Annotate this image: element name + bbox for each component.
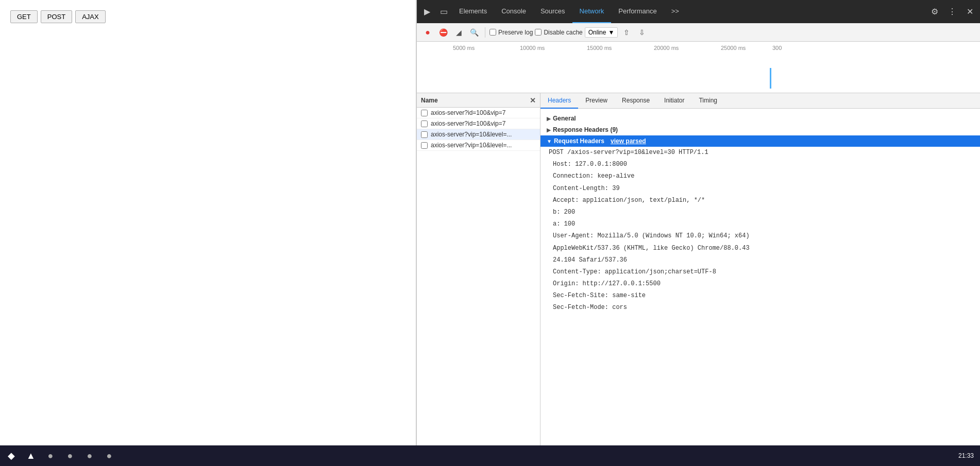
- record-icon[interactable]: ●: [421, 26, 434, 39]
- details-tab-bar: Headers Preview Response Initiator Timin…: [540, 93, 980, 109]
- detail-tab-response[interactable]: Response: [615, 93, 657, 109]
- header-entry-1: Host: 127.0.0.1:8000: [540, 159, 980, 170]
- header-entry-8: AppleWebKit/537.36 (KHTML, like Gecko) C…: [540, 243, 980, 254]
- throttle-select[interactable]: Online ▼: [585, 27, 618, 38]
- header-entry-12: Sec-Fetch-Site: same-site: [540, 290, 980, 302]
- header-entry-3: Content-Length: 39: [540, 183, 980, 195]
- header-entry-10: Content-Type: application/json;charset=U…: [540, 266, 980, 278]
- header-entry-9: 24.104 Safari/537.36: [540, 254, 980, 266]
- button-row: GET POST AJAX: [10, 10, 405, 23]
- devtools-right-icons: ⚙ ⋮ ✕: [926, 4, 978, 20]
- timeline-marker-1: 10000 ms: [520, 45, 545, 51]
- request-name-3: axios-server?vip=10&level=...: [431, 142, 512, 149]
- request-checkbox-3[interactable]: [421, 142, 428, 149]
- request-headers-triangle-icon: ▼: [547, 139, 552, 144]
- settings-icon[interactable]: ⚙: [926, 4, 943, 20]
- request-list-header: Name ✕: [417, 93, 540, 108]
- header-entry-7: User-Agent: Mozilla/5.0 (Windows NT 10.0…: [540, 230, 980, 242]
- header-entry-13: Sec-Fetch-Mode: cors: [540, 302, 980, 314]
- response-headers-triangle-icon: ▶: [547, 127, 551, 133]
- header-entry-11: Origin: http://127.0.0.1:5500: [540, 278, 980, 290]
- view-parsed-link[interactable]: view parsed: [611, 137, 646, 145]
- disable-cache-label[interactable]: Disable cache: [535, 29, 582, 36]
- disable-cache-checkbox[interactable]: [535, 29, 542, 36]
- detail-tab-preview[interactable]: Preview: [578, 93, 615, 109]
- chevron-down-icon: ▼: [608, 29, 614, 36]
- close-details-icon[interactable]: ✕: [530, 96, 536, 105]
- request-item-0[interactable]: axios-server?id=100&vip=7: [417, 108, 540, 118]
- detail-tab-timing[interactable]: Timing: [691, 93, 724, 109]
- detail-tab-initiator[interactable]: Initiator: [657, 93, 691, 109]
- detail-tab-headers[interactable]: Headers: [540, 93, 578, 109]
- tab-more[interactable]: >>: [664, 0, 686, 23]
- toolbar-separator-1: [485, 27, 485, 38]
- timeline-marker-2: 15000 ms: [587, 45, 612, 51]
- get-button[interactable]: GET: [10, 10, 38, 23]
- request-list: Name ✕ axios-server?id=100&vip=7 axios-s…: [417, 93, 540, 466]
- network-split: Name ✕ axios-server?id=100&vip=7 axios-s…: [417, 93, 980, 466]
- timeline-marker-5: 300: [772, 45, 782, 51]
- taskbar-time: 21:33: [958, 452, 978, 459]
- request-name-1: axios-server?id=100&vip=7: [431, 120, 505, 127]
- timeline-area: 5000 ms 10000 ms 15000 ms 20000 ms 25000…: [417, 42, 980, 93]
- tab-performance[interactable]: Performance: [611, 0, 664, 23]
- request-item-3[interactable]: axios-server?vip=10&level=...: [417, 140, 540, 151]
- header-entry-0: POST /axios-server?vip=10&level=30 HTTP/…: [540, 147, 980, 159]
- header-entry-6: a: 100: [540, 218, 980, 230]
- tab-elements[interactable]: Elements: [452, 0, 494, 23]
- timeline-marker-0: 5000 ms: [453, 45, 475, 51]
- search-icon[interactable]: 🔍: [467, 26, 481, 39]
- search-taskbar-icon[interactable]: ▲: [22, 446, 40, 465]
- close-devtools-icon[interactable]: ✕: [961, 4, 978, 20]
- devtools-panel: ▶ ▭ Elements Console Sources Network Per…: [416, 0, 980, 466]
- inspect-icon[interactable]: ▶: [419, 4, 435, 20]
- left-panel: GET POST AJAX: [0, 0, 416, 466]
- download-icon[interactable]: ⇩: [635, 26, 649, 39]
- request-item-2[interactable]: axios-server?vip=10&level=...: [417, 129, 540, 140]
- timeline-marker-3: 20000 ms: [654, 45, 679, 51]
- post-button[interactable]: POST: [41, 10, 72, 23]
- request-checkbox-0[interactable]: [421, 110, 428, 116]
- details-panel: Headers Preview Response Initiator Timin…: [540, 93, 980, 466]
- general-section-header[interactable]: ▶ General: [540, 113, 980, 124]
- request-name-2: axios-server?vip=10&level=...: [431, 131, 512, 138]
- device-icon[interactable]: ▭: [435, 4, 452, 20]
- more-options-icon[interactable]: ⋮: [944, 4, 960, 20]
- preserve-log-checkbox[interactable]: [489, 29, 496, 36]
- taskbar-icon-2[interactable]: ●: [61, 446, 79, 465]
- devtools-tab-bar: ▶ ▭ Elements Console Sources Network Per…: [417, 0, 980, 23]
- timeline-marker-4: 25000 ms: [721, 45, 746, 51]
- tab-sources[interactable]: Sources: [533, 0, 572, 23]
- devtools-toolbar: ● ⛔ ◢ 🔍 Preserve log Disable cache Onlin…: [417, 23, 980, 42]
- taskbar: ◆ ▲ ● ● ● ● 21:33: [0, 445, 980, 466]
- header-entry-4: Accept: application/json, text/plain, */…: [540, 195, 980, 206]
- request-checkbox-2[interactable]: [421, 131, 428, 138]
- taskbar-icon-4[interactable]: ●: [100, 446, 119, 465]
- timeline-ruler: 5000 ms 10000 ms 15000 ms 20000 ms 25000…: [417, 42, 980, 45]
- clear-icon[interactable]: ⛔: [436, 26, 450, 39]
- header-entry-5: b: 200: [540, 206, 980, 218]
- taskbar-icon-3[interactable]: ●: [80, 446, 99, 465]
- general-triangle-icon: ▶: [547, 116, 551, 122]
- start-icon[interactable]: ◆: [2, 446, 21, 465]
- header-entry-2: Connection: keep-alive: [540, 170, 980, 182]
- request-item-1[interactable]: axios-server?id=100&vip=7: [417, 118, 540, 129]
- taskbar-icon-1[interactable]: ●: [41, 446, 60, 465]
- ajax-button[interactable]: AJAX: [75, 10, 106, 23]
- headers-content: ▶ General ▶ Response Headers (9) ▼ Reque…: [540, 109, 980, 455]
- request-name-0: axios-server?id=100&vip=7: [431, 109, 505, 116]
- upload-icon[interactable]: ⇧: [620, 26, 633, 39]
- request-checkbox-1[interactable]: [421, 120, 428, 127]
- tab-network[interactable]: Network: [572, 0, 612, 23]
- timeline-indicator: [770, 68, 771, 89]
- filter-icon[interactable]: ◢: [452, 26, 465, 39]
- tab-console[interactable]: Console: [494, 0, 533, 23]
- response-headers-section-header[interactable]: ▶ Response Headers (9): [540, 124, 980, 135]
- preserve-log-label[interactable]: Preserve log: [489, 29, 533, 36]
- request-headers-section-header[interactable]: ▼ Request Headers view parsed: [540, 135, 980, 147]
